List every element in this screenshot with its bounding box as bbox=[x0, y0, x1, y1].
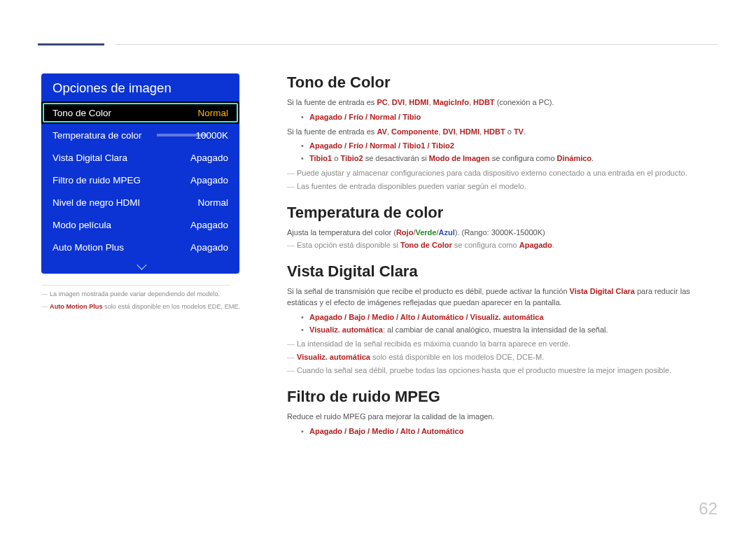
menu-title: Opciones de imagen bbox=[41, 73, 239, 101]
menu-value: Apagado bbox=[190, 153, 228, 163]
dash-note: Cuando la señal sea débil, pruebe todas … bbox=[287, 365, 718, 377]
menu-value: Normal bbox=[197, 108, 228, 118]
menu-value: Apagado bbox=[190, 220, 228, 230]
option-line: Apagado / Bajo / Medio / Alto / Automáti… bbox=[302, 426, 718, 438]
para: Si la señal de transmisión que recibe el… bbox=[287, 286, 718, 309]
options-list: Apagado / Bajo / Medio / Alto / Automáti… bbox=[302, 311, 718, 336]
menu-item-vista-digital-clara[interactable]: Vista Digital Clara Apagado bbox=[41, 146, 239, 169]
menu-value: Normal bbox=[197, 197, 228, 208]
menu-label: Auto Motion Plus bbox=[52, 242, 124, 253]
section-title-temperatura: Temperatura de color bbox=[287, 204, 718, 222]
menu-item-temperatura[interactable]: Temperatura de color 10000K bbox=[41, 124, 239, 146]
options-list: Apagado / Frío / Normal / Tibio bbox=[302, 111, 718, 124]
options-list: Apagado / Bajo / Medio / Alto / Automáti… bbox=[302, 426, 718, 438]
menu-item-tono-de-color[interactable]: Tono de Color Normal bbox=[41, 101, 239, 124]
section-title-filtro-mpeg: Filtro de ruido MPEG bbox=[287, 388, 718, 406]
menu-label: Temperatura de color bbox=[52, 130, 142, 141]
para: Reduce el ruido MPEG para mejorar la cal… bbox=[287, 412, 718, 423]
dash-note: La intensidad de la señal recibida es má… bbox=[287, 339, 718, 350]
para: Si la fuente de entrada es AV, Component… bbox=[287, 127, 718, 138]
dash-note: Puede ajustar y almacenar configuracione… bbox=[287, 168, 718, 179]
footnote-model-vary: La imagen mostrada puede variar dependie… bbox=[41, 290, 246, 298]
menu-item-nivel-negro-hdmi[interactable]: Nivel de negro HDMI Normal bbox=[41, 191, 239, 213]
header-accent bbox=[38, 43, 104, 45]
section-title-tono-de-color: Tono de Color bbox=[287, 73, 718, 92]
menu-item-modo-pelicula[interactable]: Modo película Apagado bbox=[41, 213, 239, 236]
menu-value: Apagado bbox=[190, 242, 228, 253]
dash-note: Visualiz. automática solo está disponibl… bbox=[287, 352, 718, 363]
menu-value: Apagado bbox=[190, 175, 228, 185]
chevron-down-icon bbox=[136, 260, 146, 270]
menu-label: Tono de Color bbox=[52, 108, 111, 118]
page-number: 62 bbox=[699, 499, 718, 519]
option-line: Apagado / Frío / Normal / Tibio bbox=[302, 111, 718, 124]
option-line: Apagado / Frío / Normal / Tibio1 / Tibio… bbox=[302, 140, 718, 153]
para: Si la fuente de entrada es PC, DVI, HDMI… bbox=[287, 97, 718, 108]
slider-icon bbox=[157, 134, 207, 136]
option-line: Tibio1 o Tibio2 se desactivarán si Modo … bbox=[302, 153, 718, 165]
menu-label: Modo película bbox=[52, 220, 111, 230]
option-line: Visualiz. automática: al cambiar de cana… bbox=[302, 324, 718, 337]
header-rule bbox=[115, 44, 718, 45]
menu-label: Filtro de ruido MPEG bbox=[52, 175, 141, 185]
menu-label: Nivel de negro HDMI bbox=[52, 197, 140, 208]
section-title-vista-digital-clara: Vista Digital Clara bbox=[287, 262, 718, 281]
menu-scroll-down[interactable] bbox=[41, 258, 239, 274]
menu-item-auto-motion-plus[interactable]: Auto Motion Plus Apagado bbox=[41, 236, 239, 258]
footnote-rule bbox=[41, 285, 230, 286]
dash-note: Las fuentes de entrada disponibles puede… bbox=[287, 181, 718, 192]
footnote-auto-motion-plus: Auto Motion Plus solo está disponible en… bbox=[41, 302, 246, 311]
options-list: Apagado / Frío / Normal / Tibio1 / Tibio… bbox=[302, 140, 718, 164]
option-line: Apagado / Bajo / Medio / Alto / Automáti… bbox=[302, 311, 718, 324]
menu-item-filtro-mpeg[interactable]: Filtro de ruido MPEG Apagado bbox=[41, 169, 239, 191]
menu-panel: Opciones de imagen Tono de Color Normal … bbox=[41, 73, 239, 274]
menu-label: Vista Digital Clara bbox=[52, 153, 127, 163]
dash-note: Esta opción está disponible si Tono de C… bbox=[287, 240, 718, 251]
para: Ajusta la temperatura del color (Rojo/Ve… bbox=[287, 227, 718, 239]
